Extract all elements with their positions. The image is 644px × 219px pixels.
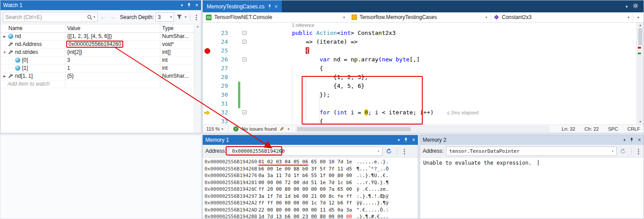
memory-row[interactable]: 0x000002556B1942760a 3a 11 7d 1f b6 55 1… bbox=[205, 172, 418, 179]
member-combo[interactable]: Constant2x3 ▾ bbox=[491, 12, 633, 22]
outline-margin[interactable] bbox=[242, 91, 250, 99]
memory-row[interactable]: 0x000002556B19428Cff 20 00 80 00 00 00 0… bbox=[205, 186, 418, 193]
code-line[interactable]: 30 }); bbox=[203, 91, 644, 99]
memory-row[interactable]: 0x000002556B1942973a 1f 7d 1d b6 00 21 0… bbox=[205, 193, 418, 200]
watch-row[interactable]: ▶nd{[[1, 2, 3], [4, 5, 6]]}NumShar... bbox=[0, 33, 201, 41]
watch-row[interactable]: ▶nd[1, 1]{5}NumShar... bbox=[0, 72, 201, 80]
code-line[interactable]: 28 {1, 2, 3}, bbox=[203, 73, 644, 82]
scroll-up-icon[interactable]: ▲ bbox=[194, 25, 201, 28]
toolbar-overflow-icon[interactable] bbox=[196, 15, 197, 16]
column-header-name[interactable]: Name bbox=[0, 24, 65, 32]
refresh-icon[interactable] bbox=[385, 148, 393, 154]
close-icon[interactable]: × bbox=[275, 4, 278, 10]
search-depth-combo[interactable]: 3 ▾ bbox=[155, 12, 174, 22]
outline-margin[interactable]: − bbox=[242, 108, 250, 117]
expander-icon[interactable]: ▼ bbox=[2, 49, 8, 56]
memory2-message-area[interactable]: Unable to evaluate the expression. bbox=[420, 158, 644, 219]
code-line[interactable]: 27 { bbox=[203, 64, 644, 73]
code-line[interactable]: 25 { bbox=[203, 46, 644, 55]
collapse-box-icon[interactable]: − bbox=[242, 31, 246, 35]
code-line[interactable]: 33 { bbox=[203, 117, 644, 125]
watch-header[interactable]: Watch 1 ▾ × bbox=[0, 0, 201, 10]
outline-margin[interactable]: − bbox=[242, 55, 250, 64]
memory-row[interactable]: 0x000002556B1942A2ff ff 00 00 00 00 1c 7… bbox=[205, 200, 418, 207]
editor-scrollbar[interactable]: ▲ ▼ bbox=[636, 23, 644, 125]
breakpoint-margin[interactable] bbox=[203, 29, 212, 38]
watch-row[interactable]: nd.Address0x000002556b194260void* bbox=[0, 41, 201, 49]
outline-margin[interactable]: − bbox=[242, 38, 250, 46]
pin-icon[interactable] bbox=[404, 137, 408, 143]
window-menu-icon[interactable]: ▾ bbox=[398, 138, 400, 142]
split-window-button[interactable]: ▾ bbox=[633, 12, 644, 22]
outline-margin[interactable]: − bbox=[242, 29, 250, 38]
project-combo[interactable]: C# TensorFlowNET.Console ▾ bbox=[203, 12, 349, 22]
breakpoint-margin[interactable] bbox=[203, 108, 212, 117]
memory-row[interactable]: 0x000002556B19426001 02 03 04 05 06 65 0… bbox=[205, 159, 418, 166]
watch-row[interactable]: ▼nd.strides{int[2]}int[] bbox=[0, 49, 201, 57]
memory-row[interactable]: 0x000002556B1942AD22 00 80 00 00 00 00 1… bbox=[205, 207, 418, 214]
expander-icon[interactable]: ▶ bbox=[2, 33, 8, 40]
breakpoint-icon[interactable] bbox=[205, 48, 210, 54]
horizontal-scrollbar[interactable] bbox=[296, 126, 549, 132]
memory-row[interactable]: 0x000002556B19426Bb6 00 1e 00 88 b0 3f 5… bbox=[205, 166, 418, 173]
code-cleanup-icon[interactable] bbox=[280, 126, 284, 132]
search-input[interactable] bbox=[3, 14, 86, 20]
type-combo[interactable]: Tensorflow.MemoryTestingCases ▾ bbox=[349, 12, 491, 22]
column-header-value[interactable]: Value bbox=[65, 24, 160, 32]
code-line[interactable]: 26− var nd = np.array(new byte[,] bbox=[203, 55, 644, 64]
search-next-icon[interactable]: → bbox=[109, 14, 116, 20]
search-icon[interactable] bbox=[86, 15, 93, 20]
outline-margin[interactable] bbox=[242, 46, 250, 55]
watch-row[interactable]: [1]1int bbox=[0, 64, 201, 72]
outline-margin[interactable] bbox=[242, 99, 250, 108]
breakpoint-margin[interactable] bbox=[203, 64, 212, 73]
breakpoint-margin[interactable] bbox=[203, 99, 212, 108]
gear-icon[interactable] bbox=[633, 3, 638, 10]
breakpoint-margin[interactable] bbox=[203, 38, 212, 46]
expander-icon[interactable]: ▶ bbox=[2, 72, 8, 80]
search-prev-icon[interactable]: ← bbox=[99, 14, 107, 20]
toolbar-overflow-icon[interactable] bbox=[404, 149, 405, 150]
outline-margin[interactable] bbox=[242, 73, 250, 82]
scroll-up-icon[interactable]: ▲ bbox=[637, 23, 644, 27]
pin-icon[interactable] bbox=[629, 137, 634, 143]
watch-row[interactable]: [0]3int bbox=[0, 57, 201, 64]
memory2-header[interactable]: Memory 2 ▾ × bbox=[420, 135, 644, 145]
code-area[interactable]: 1 reference23− public Action<int> Consta… bbox=[203, 23, 644, 125]
memory-rows[interactable]: 0x000002556B19426001 02 03 04 05 06 65 0… bbox=[203, 158, 418, 219]
filter-icon[interactable] bbox=[176, 15, 183, 19]
close-icon[interactable]: × bbox=[638, 137, 641, 143]
filter-menu-caret-icon[interactable]: ▾ bbox=[185, 15, 186, 19]
collapse-box-icon[interactable]: − bbox=[242, 57, 246, 61]
breakpoint-margin[interactable] bbox=[203, 73, 212, 82]
scroll-down-icon[interactable]: ▼ bbox=[637, 120, 644, 124]
toolbar-overflow-icon[interactable] bbox=[638, 149, 639, 150]
reference-count-label[interactable]: 1 reference bbox=[203, 23, 644, 29]
code-line[interactable]: 32− for (int i = 0; i < iterate; i++)≤ 2… bbox=[203, 108, 644, 117]
collapse-box-icon[interactable]: − bbox=[242, 110, 246, 114]
refresh-icon[interactable] bbox=[619, 148, 627, 154]
breakpoint-margin[interactable] bbox=[203, 55, 212, 64]
watch-scrollbar[interactable]: ▲ bbox=[194, 24, 201, 133]
memory1-address-combo[interactable]: 0x000002556B194260 ▾ bbox=[229, 147, 383, 156]
search-options-caret-icon[interactable]: ▾ bbox=[93, 15, 97, 19]
outline-margin[interactable] bbox=[242, 117, 250, 125]
scroll-thumb[interactable] bbox=[638, 28, 642, 45]
breakpoint-margin[interactable] bbox=[203, 117, 212, 125]
memory-row[interactable]: 0x000002556B19428100 00 00 72 00 dd 51 1… bbox=[205, 179, 418, 186]
code-cleanup-caret-icon[interactable]: ▾ bbox=[288, 127, 289, 131]
tab-memorytestingcases[interactable]: MemoryTestingCases.cs × bbox=[203, 0, 282, 12]
collapse-box-icon[interactable]: − bbox=[242, 40, 246, 44]
close-icon[interactable]: × bbox=[412, 137, 415, 143]
breakpoint-margin[interactable] bbox=[203, 46, 212, 55]
memory-row[interactable]: 0x000002556B1942B81d 7d 13 b6 00 23 00 8… bbox=[205, 213, 418, 219]
outline-margin[interactable] bbox=[242, 82, 250, 91]
watch-grid-header[interactable]: Name Value Type bbox=[0, 24, 201, 33]
document-list-icon[interactable]: ▾ bbox=[625, 4, 628, 9]
window-menu-icon[interactable]: ▾ bbox=[181, 4, 183, 8]
memory1-header[interactable]: Memory 1 ▾ × bbox=[203, 135, 418, 145]
pin-icon[interactable] bbox=[268, 4, 272, 9]
scroll-thumb[interactable] bbox=[297, 127, 411, 131]
breakpoint-margin[interactable] bbox=[203, 91, 212, 99]
code-line[interactable]: 29 {4, 5, 6} bbox=[203, 82, 644, 91]
